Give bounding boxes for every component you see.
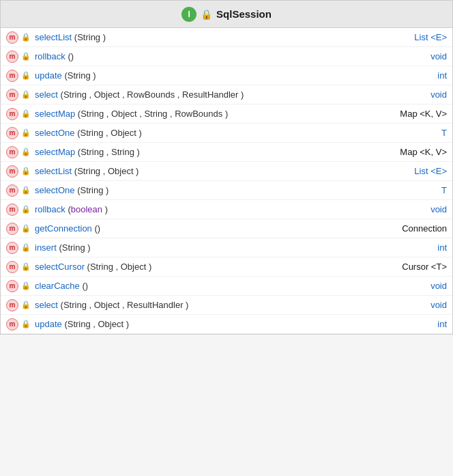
- method-badge: m: [6, 70, 18, 82]
- method-row[interactable]: m🔒selectList (String , Object )List <E>: [1, 162, 452, 181]
- method-return-type: void: [424, 300, 447, 310]
- method-name: select (String , Object , RowBounds , Re…: [35, 89, 244, 100]
- method-row[interactable]: m🔒selectList (String )List <E>: [1, 28, 452, 47]
- method-return-type: int: [430, 70, 447, 81]
- method-badge: m: [6, 223, 18, 235]
- method-row[interactable]: m🔒selectOne (String , Object )T: [1, 124, 452, 143]
- method-name: selectMap (String , Object , String , Ro…: [35, 109, 228, 119]
- method-row[interactable]: m🔒rollback ()void: [1, 47, 452, 66]
- method-return-type: Map <K, V>: [393, 147, 447, 157]
- method-badge: m: [6, 242, 18, 254]
- method-name: insert (String ): [35, 242, 91, 253]
- method-badge: m: [6, 108, 18, 120]
- method-return-type: int: [430, 242, 447, 253]
- method-badge: m: [6, 280, 18, 292]
- visibility-icon: 🔒: [21, 148, 31, 156]
- visibility-icon: 🔒: [21, 243, 31, 252]
- method-badge: m: [6, 89, 18, 101]
- method-row[interactable]: m🔒selectMap (String , Object , String , …: [1, 104, 452, 124]
- method-name: selectOne (String , Object ): [35, 128, 142, 138]
- method-badge: m: [6, 299, 18, 311]
- method-name: selectMap (String , String ): [35, 147, 140, 157]
- method-badge: m: [6, 184, 18, 197]
- visibility-icon: 🔒: [21, 281, 31, 290]
- method-row[interactable]: m🔒clearCache ()void: [1, 277, 452, 296]
- method-row[interactable]: m🔒update (String )int: [1, 66, 452, 85]
- method-row[interactable]: m🔒update (String , Object )int: [1, 315, 452, 334]
- main-window: I 🔒 SqlSession m🔒selectList (String )Lis…: [0, 0, 453, 335]
- method-row[interactable]: m🔒insert (String )int: [1, 238, 452, 257]
- method-badge: m: [6, 127, 18, 139]
- method-return-type: Map <K, V>: [393, 109, 447, 119]
- method-row[interactable]: m🔒selectOne (String )T: [1, 181, 452, 200]
- method-name: selectCursor (String , Object ): [35, 262, 151, 272]
- method-row[interactable]: m🔒rollback (boolean )void: [1, 200, 452, 219]
- visibility-icon: 🔒: [21, 109, 31, 118]
- visibility-icon: 🔒: [21, 320, 31, 328]
- window-header: I 🔒 SqlSession: [1, 1, 452, 28]
- method-row[interactable]: m🔒select (String , Object , ResultHandle…: [1, 296, 452, 315]
- method-row[interactable]: m🔒select (String , Object , RowBounds , …: [1, 85, 452, 104]
- method-return-type: List <E>: [407, 166, 447, 176]
- method-return-type: void: [424, 204, 447, 214]
- visibility-icon: 🔒: [21, 71, 31, 80]
- method-return-type: void: [424, 51, 447, 61]
- method-return-type: void: [424, 281, 447, 291]
- method-badge: m: [6, 318, 18, 331]
- method-name: select (String , Object , ResultHandler …: [35, 300, 188, 310]
- method-badge: m: [6, 261, 18, 273]
- method-return-type: T: [435, 128, 447, 138]
- method-name: rollback (): [35, 51, 74, 61]
- visibility-icon: 🔒: [21, 167, 31, 176]
- method-badge: m: [6, 31, 18, 44]
- visibility-icon: 🔒: [21, 300, 31, 309]
- method-name: clearCache (): [35, 281, 88, 291]
- visibility-icon: 🔒: [21, 90, 31, 99]
- class-icon: I: [181, 7, 196, 22]
- lock-icon: 🔒: [201, 9, 212, 20]
- method-name: update (String ): [35, 70, 96, 81]
- method-badge: m: [6, 165, 18, 178]
- method-row[interactable]: m🔒getConnection ()Connection: [1, 219, 452, 238]
- visibility-icon: 🔒: [21, 205, 31, 214]
- method-row[interactable]: m🔒selectMap (String , String )Map <K, V>: [1, 143, 452, 162]
- method-row[interactable]: m🔒selectCursor (String , Object )Cursor …: [1, 257, 452, 277]
- visibility-icon: 🔒: [21, 186, 31, 195]
- visibility-icon: 🔒: [21, 224, 31, 233]
- method-return-type: Connection: [395, 223, 447, 234]
- method-return-type: T: [435, 185, 447, 195]
- method-name: selectOne (String ): [35, 185, 108, 195]
- visibility-icon: 🔒: [21, 262, 31, 271]
- visibility-icon: 🔒: [21, 33, 31, 42]
- method-badge: m: [6, 51, 18, 63]
- method-list: m🔒selectList (String )List <E>m🔒rollback…: [1, 28, 452, 334]
- method-name: rollback (boolean ): [35, 204, 108, 214]
- method-badge: m: [6, 204, 18, 216]
- method-name: getConnection (): [35, 223, 100, 234]
- visibility-icon: 🔒: [21, 52, 31, 61]
- method-return-type: void: [424, 89, 447, 100]
- method-name: selectList (String , Object ): [35, 166, 138, 176]
- method-name: update (String , Object ): [35, 319, 129, 329]
- method-return-type: Cursor <T>: [395, 262, 447, 272]
- visibility-icon: 🔒: [21, 128, 31, 137]
- method-return-type: int: [430, 319, 447, 329]
- method-name: selectList (String ): [35, 32, 106, 42]
- class-title: SqlSession: [216, 8, 272, 20]
- method-return-type: List <E>: [407, 32, 447, 42]
- method-badge: m: [6, 146, 18, 158]
